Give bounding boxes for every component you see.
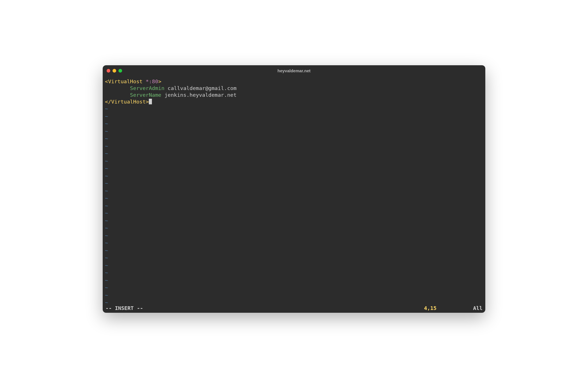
status-bar: -- INSERT -- 4,15 All xyxy=(103,304,485,313)
empty-line-marker: ~ xyxy=(105,135,483,143)
space xyxy=(165,85,168,91)
code-line-2: ServerAdmin callvaldemar@gmail.com xyxy=(105,85,483,92)
terminal-window: heyvaldemar.net <VirtualHost *:80> Serve… xyxy=(103,65,485,313)
indent xyxy=(105,85,130,91)
directive-value: callvaldemar@gmail.com xyxy=(168,85,237,91)
empty-line-marker: ~ xyxy=(105,269,483,277)
empty-line-marker: ~ xyxy=(105,239,483,247)
empty-line-marker: ~ xyxy=(105,292,483,299)
empty-line-marker: ~ xyxy=(105,128,483,135)
empty-line-marker: ~ xyxy=(105,277,483,284)
window-title: heyvaldemar.net xyxy=(103,68,485,73)
empty-line-marker: ~ xyxy=(105,143,483,150)
cursor-icon xyxy=(149,99,152,104)
empty-line-marker: ~ xyxy=(105,262,483,269)
traffic-lights xyxy=(107,69,122,73)
code-line-4: </VirtualHost> xyxy=(105,98,483,105)
empty-line-marker: ~ xyxy=(105,210,483,217)
tag-close-bracket: > xyxy=(158,78,161,84)
maximize-icon[interactable] xyxy=(118,69,122,73)
editor-area[interactable]: <VirtualHost *:80> ServerAdmin callvalde… xyxy=(103,76,485,304)
directive-keyword: ServerName xyxy=(130,92,161,98)
empty-line-marker: ~ xyxy=(105,113,483,120)
empty-line-marker: ~ xyxy=(105,284,483,292)
empty-line-marker: ~ xyxy=(105,195,483,202)
minimize-icon[interactable] xyxy=(113,69,116,73)
content-lines: <VirtualHost *:80> ServerAdmin callvalde… xyxy=(105,78,483,105)
tag-name: VirtualHost xyxy=(108,78,143,84)
tag-open-bracket: < xyxy=(105,78,108,84)
titlebar: heyvaldemar.net xyxy=(103,65,485,76)
indent xyxy=(105,92,130,98)
directive-keyword: ServerAdmin xyxy=(130,85,165,91)
empty-line-marker: ~ xyxy=(105,254,483,262)
empty-line-marker: ~ xyxy=(105,165,483,172)
code-line-3: ServerName jenkins.heyvaldemar.net xyxy=(105,92,483,98)
tag-space xyxy=(143,78,146,84)
empty-line-marker: ~ xyxy=(105,299,483,304)
tag-open-bracket: </ xyxy=(105,99,111,105)
empty-line-marker: ~ xyxy=(105,217,483,225)
empty-line-marker: ~ xyxy=(105,120,483,128)
empty-line-marker: ~ xyxy=(105,224,483,232)
empty-line-marker: ~ xyxy=(105,180,483,187)
tag-name: VirtualHost xyxy=(111,99,146,105)
vim-mode: -- INSERT -- xyxy=(106,305,143,311)
empty-line-marker: ~ xyxy=(105,247,483,255)
empty-lines: ~~~~~~~~~~~~~~~~~~~~~~~~~~~~ xyxy=(105,105,483,304)
empty-line-marker: ~ xyxy=(105,172,483,180)
empty-line-marker: ~ xyxy=(105,150,483,158)
space xyxy=(161,92,165,98)
cursor-position: 4,15 xyxy=(424,305,437,311)
empty-line-marker: ~ xyxy=(105,158,483,165)
empty-line-marker: ~ xyxy=(105,105,483,113)
scroll-position: All xyxy=(473,305,482,311)
close-icon[interactable] xyxy=(107,69,110,73)
empty-line-marker: ~ xyxy=(105,232,483,240)
tag-param: *:80 xyxy=(146,78,158,84)
empty-line-marker: ~ xyxy=(105,202,483,210)
directive-value: jenkins.heyvaldemar.net xyxy=(165,92,237,98)
empty-line-marker: ~ xyxy=(105,187,483,195)
tag-close-bracket: > xyxy=(146,99,149,105)
code-line-1: <VirtualHost *:80> xyxy=(105,78,483,85)
